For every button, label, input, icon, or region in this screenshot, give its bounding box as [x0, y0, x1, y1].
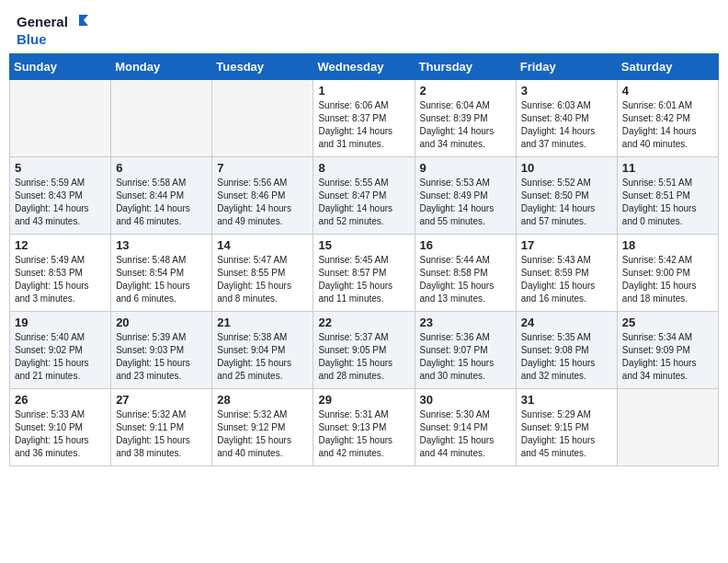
day-info: Sunrise: 5:47 AM Sunset: 8:55 PM Dayligh…: [217, 254, 308, 305]
calendar-cell: [212, 80, 313, 157]
page-header: General Blue: [0, 0, 728, 53]
logo-blue: Blue: [17, 31, 88, 48]
day-info: Sunrise: 5:48 AM Sunset: 8:54 PM Dayligh…: [116, 254, 207, 305]
day-number: 16: [420, 238, 511, 252]
weekday-header-wednesday: Wednesday: [313, 54, 415, 80]
day-info: Sunrise: 5:36 AM Sunset: 9:07 PM Dayligh…: [420, 331, 511, 383]
day-info: Sunrise: 5:43 AM Sunset: 8:59 PM Dayligh…: [521, 254, 612, 305]
day-number: 23: [420, 316, 511, 329]
day-info: Sunrise: 5:29 AM Sunset: 9:15 PM Dayligh…: [521, 408, 612, 460]
weekday-header-saturday: Saturday: [617, 54, 718, 80]
calendar-cell: 2Sunrise: 6:04 AM Sunset: 8:39 PM Daylig…: [415, 80, 516, 157]
calendar-cell: 5Sunrise: 5:59 AM Sunset: 8:43 PM Daylig…: [10, 157, 111, 235]
calendar-cell: 6Sunrise: 5:58 AM Sunset: 8:44 PM Daylig…: [111, 157, 212, 235]
day-info: Sunrise: 5:30 AM Sunset: 9:14 PM Dayligh…: [420, 408, 511, 460]
calendar-cell: 11Sunrise: 5:51 AM Sunset: 8:51 PM Dayli…: [617, 157, 718, 235]
calendar-container: SundayMondayTuesdayWednesdayThursdayFrid…: [0, 53, 728, 466]
day-info: Sunrise: 5:44 AM Sunset: 8:58 PM Dayligh…: [420, 254, 511, 305]
calendar-cell: 7Sunrise: 5:56 AM Sunset: 8:46 PM Daylig…: [212, 157, 313, 235]
day-number: 13: [116, 238, 207, 252]
calendar-cell: 1Sunrise: 6:06 AM Sunset: 8:37 PM Daylig…: [313, 80, 415, 157]
calendar-cell: 21Sunrise: 5:38 AM Sunset: 9:04 PM Dayli…: [212, 312, 313, 389]
day-info: Sunrise: 5:32 AM Sunset: 9:12 PM Dayligh…: [217, 408, 308, 460]
day-info: Sunrise: 5:53 AM Sunset: 8:49 PM Dayligh…: [420, 177, 511, 228]
calendar-cell: [111, 80, 212, 157]
day-number: 2: [420, 84, 511, 98]
calendar-cell: [617, 389, 718, 466]
calendar-cell: 8Sunrise: 5:55 AM Sunset: 8:47 PM Daylig…: [313, 157, 415, 235]
calendar-cell: 10Sunrise: 5:52 AM Sunset: 8:50 PM Dayli…: [516, 157, 617, 235]
calendar-cell: 29Sunrise: 5:31 AM Sunset: 9:13 PM Dayli…: [313, 389, 415, 466]
day-number: 14: [217, 238, 308, 252]
day-number: 22: [318, 316, 409, 329]
logo-flag-icon: [70, 13, 88, 31]
logo: General Blue: [17, 13, 88, 48]
calendar-cell: 28Sunrise: 5:32 AM Sunset: 9:12 PM Dayli…: [212, 389, 313, 466]
day-info: Sunrise: 6:06 AM Sunset: 8:37 PM Dayligh…: [318, 99, 409, 151]
calendar-cell: 19Sunrise: 5:40 AM Sunset: 9:02 PM Dayli…: [10, 312, 111, 389]
calendar-cell: 4Sunrise: 6:01 AM Sunset: 8:42 PM Daylig…: [617, 80, 718, 157]
day-number: 20: [116, 316, 207, 329]
day-number: 4: [622, 84, 713, 98]
day-number: 26: [15, 393, 106, 407]
weekday-header-sunday: Sunday: [10, 54, 111, 80]
weekday-header-friday: Friday: [516, 54, 617, 80]
calendar-cell: 20Sunrise: 5:39 AM Sunset: 9:03 PM Dayli…: [111, 312, 212, 389]
day-number: 11: [622, 161, 713, 175]
day-info: Sunrise: 5:35 AM Sunset: 9:08 PM Dayligh…: [521, 331, 612, 383]
calendar-cell: 22Sunrise: 5:37 AM Sunset: 9:05 PM Dayli…: [313, 312, 415, 389]
day-info: Sunrise: 5:32 AM Sunset: 9:11 PM Dayligh…: [116, 408, 207, 460]
day-number: 27: [116, 393, 207, 407]
calendar-cell: 30Sunrise: 5:30 AM Sunset: 9:14 PM Dayli…: [415, 389, 516, 466]
day-number: 19: [15, 316, 106, 329]
day-info: Sunrise: 5:51 AM Sunset: 8:51 PM Dayligh…: [622, 177, 713, 228]
day-number: 5: [15, 161, 106, 175]
calendar-cell: 27Sunrise: 5:32 AM Sunset: 9:11 PM Dayli…: [111, 389, 212, 466]
calendar-week-row: 19Sunrise: 5:40 AM Sunset: 9:02 PM Dayli…: [10, 312, 719, 389]
day-number: 1: [318, 84, 409, 98]
day-number: 18: [622, 238, 713, 252]
calendar-cell: 25Sunrise: 5:34 AM Sunset: 9:09 PM Dayli…: [617, 312, 718, 389]
calendar-cell: 31Sunrise: 5:29 AM Sunset: 9:15 PM Dayli…: [516, 389, 617, 466]
weekday-header-monday: Monday: [111, 54, 212, 80]
day-number: 10: [521, 161, 612, 175]
calendar-cell: 15Sunrise: 5:45 AM Sunset: 8:57 PM Dayli…: [313, 235, 415, 312]
calendar-cell: 26Sunrise: 5:33 AM Sunset: 9:10 PM Dayli…: [10, 389, 111, 466]
calendar-cell: 16Sunrise: 5:44 AM Sunset: 8:58 PM Dayli…: [415, 235, 516, 312]
weekday-header-thursday: Thursday: [415, 54, 516, 80]
day-number: 7: [217, 161, 308, 175]
calendar-cell: 17Sunrise: 5:43 AM Sunset: 8:59 PM Dayli…: [516, 235, 617, 312]
day-info: Sunrise: 5:34 AM Sunset: 9:09 PM Dayligh…: [622, 331, 713, 383]
calendar-week-row: 12Sunrise: 5:49 AM Sunset: 8:53 PM Dayli…: [10, 235, 719, 312]
day-info: Sunrise: 5:40 AM Sunset: 9:02 PM Dayligh…: [15, 331, 106, 383]
calendar-cell: 12Sunrise: 5:49 AM Sunset: 8:53 PM Dayli…: [10, 235, 111, 312]
calendar-cell: 3Sunrise: 6:03 AM Sunset: 8:40 PM Daylig…: [516, 80, 617, 157]
day-number: 28: [217, 393, 308, 407]
day-info: Sunrise: 5:58 AM Sunset: 8:44 PM Dayligh…: [116, 177, 207, 228]
day-number: 29: [318, 393, 409, 407]
day-number: 6: [116, 161, 207, 175]
day-number: 17: [521, 238, 612, 252]
calendar-cell: 9Sunrise: 5:53 AM Sunset: 8:49 PM Daylig…: [415, 157, 516, 235]
day-info: Sunrise: 5:42 AM Sunset: 9:00 PM Dayligh…: [622, 254, 713, 305]
logo-text: General Blue: [17, 13, 88, 48]
day-info: Sunrise: 5:49 AM Sunset: 8:53 PM Dayligh…: [15, 254, 106, 305]
day-info: Sunrise: 5:39 AM Sunset: 9:03 PM Dayligh…: [116, 331, 207, 383]
day-info: Sunrise: 5:45 AM Sunset: 8:57 PM Dayligh…: [318, 254, 409, 305]
day-info: Sunrise: 5:55 AM Sunset: 8:47 PM Dayligh…: [318, 177, 409, 228]
day-info: Sunrise: 5:52 AM Sunset: 8:50 PM Dayligh…: [521, 177, 612, 228]
day-number: 8: [318, 161, 409, 175]
day-number: 9: [420, 161, 511, 175]
day-info: Sunrise: 5:38 AM Sunset: 9:04 PM Dayligh…: [217, 331, 308, 383]
calendar-cell: 24Sunrise: 5:35 AM Sunset: 9:08 PM Dayli…: [516, 312, 617, 389]
day-number: 12: [15, 238, 106, 252]
day-info: Sunrise: 5:33 AM Sunset: 9:10 PM Dayligh…: [15, 408, 106, 460]
calendar-week-row: 26Sunrise: 5:33 AM Sunset: 9:10 PM Dayli…: [10, 389, 719, 466]
day-number: 21: [217, 316, 308, 329]
day-info: Sunrise: 5:31 AM Sunset: 9:13 PM Dayligh…: [318, 408, 409, 460]
weekday-header-tuesday: Tuesday: [212, 54, 313, 80]
logo-general: General: [17, 14, 68, 30]
day-info: Sunrise: 6:04 AM Sunset: 8:39 PM Dayligh…: [420, 99, 511, 151]
day-info: Sunrise: 5:56 AM Sunset: 8:46 PM Dayligh…: [217, 177, 308, 228]
day-number: 30: [420, 393, 511, 407]
